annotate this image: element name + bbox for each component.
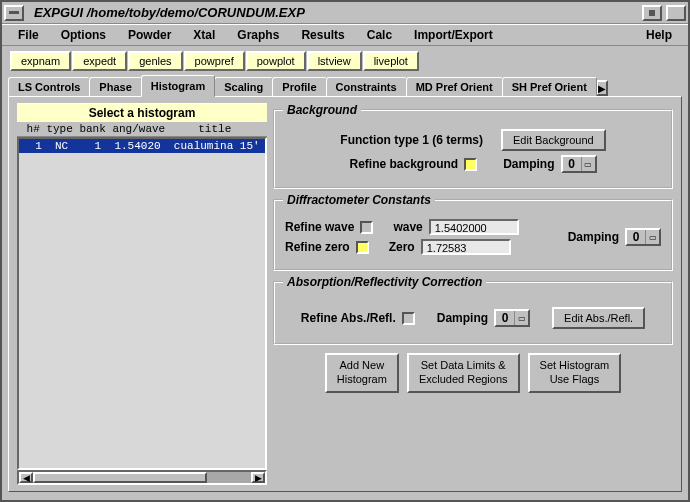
histogram-list[interactable]: 1 NC 1 1.54020 cualumina 15' Cu [17, 137, 267, 470]
menu-options[interactable]: Options [51, 26, 116, 44]
histogram-hscroll[interactable]: ◀ ▶ [17, 470, 267, 485]
tab-constraints[interactable]: Constraints [326, 77, 407, 96]
scroll-track[interactable] [33, 472, 251, 483]
diff-damping-spin[interactable]: 0 ▭ [625, 228, 661, 246]
menu-powder[interactable]: Powder [118, 26, 181, 44]
refine-zero-checkbox[interactable] [356, 241, 369, 254]
edit-background-button[interactable]: Edit Background [501, 129, 606, 151]
bg-function-label: Function type 1 (6 terms) [340, 133, 483, 147]
right-pane: Background Function type 1 (6 terms) Edi… [273, 103, 673, 485]
diff-damping-value: 0 [627, 230, 645, 244]
histogram-list-pane: Select a histogram h# type bank ang/wave… [17, 103, 267, 485]
tab-histogram[interactable]: Histogram [141, 75, 215, 97]
tab-md-pref-orient[interactable]: MD Pref Orient [406, 77, 503, 96]
diff-damping-label: Damping [568, 230, 619, 244]
select-histogram-title: Select a histogram [17, 103, 267, 122]
scroll-right-button[interactable]: ▶ [251, 472, 265, 483]
toolbar: expnam expedt genles powpref powplot lst… [2, 46, 688, 76]
scroll-left-button[interactable]: ◀ [19, 472, 33, 483]
add-histogram-button[interactable]: Add NewHistogram [325, 353, 399, 393]
window-menu-button[interactable] [4, 5, 24, 21]
menu-help[interactable]: Help [636, 26, 682, 44]
refine-wave-label: Refine wave [285, 220, 354, 234]
tab-phase[interactable]: Phase [89, 77, 141, 96]
histogram-row[interactable]: 1 NC 1 1.54020 cualumina 15' Cu [19, 139, 265, 153]
tab-scaling[interactable]: Scaling [214, 77, 273, 96]
group-absorption: Absorption/Reflectivity Correction Refin… [273, 281, 673, 345]
menu-calc[interactable]: Calc [357, 26, 402, 44]
menu-file[interactable]: File [8, 26, 49, 44]
group-absorption-title: Absorption/Reflectivity Correction [283, 275, 486, 289]
bottom-buttons: Add NewHistogram Set Data Limits &Exclud… [273, 353, 673, 393]
refine-bg-label: Refine background [349, 157, 458, 171]
maximize-button[interactable] [666, 5, 686, 21]
menu-graphs[interactable]: Graphs [227, 26, 289, 44]
zero-label: Zero [389, 240, 415, 254]
group-background: Background Function type 1 (6 terms) Edi… [273, 109, 673, 189]
tool-genles[interactable]: genles [128, 51, 182, 71]
diff-damping-control[interactable]: ▭ [645, 230, 659, 244]
refine-abs-checkbox[interactable] [402, 312, 415, 325]
bg-damping-control[interactable]: ▭ [581, 157, 595, 171]
window-title: EXPGUI /home/toby/demo/CORUNDUM.EXP [26, 5, 640, 20]
tab-scroll-right[interactable]: ▶ [596, 80, 608, 96]
bg-damping-label: Damping [503, 157, 554, 171]
tool-expnam[interactable]: expnam [10, 51, 71, 71]
menu-import-export[interactable]: Import/Export [404, 26, 503, 44]
group-background-title: Background [283, 103, 361, 117]
tab-profile[interactable]: Profile [272, 77, 326, 96]
abs-damping-spin[interactable]: 0 ▭ [494, 309, 530, 327]
titlebar: EXPGUI /home/toby/demo/CORUNDUM.EXP [2, 2, 688, 24]
menu-results[interactable]: Results [291, 26, 354, 44]
tool-liveplot[interactable]: liveplot [363, 51, 419, 71]
edit-abs-button[interactable]: Edit Abs./Refl. [552, 307, 645, 329]
minimize-button[interactable] [642, 5, 662, 21]
zero-field[interactable]: 1.72583 [421, 239, 511, 255]
menubar: File Options Powder Xtal Graphs Results … [2, 24, 688, 46]
tab-content: Select a histogram h# type bank ang/wave… [8, 96, 682, 492]
bg-damping-spin[interactable]: 0 ▭ [561, 155, 597, 173]
tool-expedt[interactable]: expedt [72, 51, 127, 71]
menu-xtal[interactable]: Xtal [183, 26, 225, 44]
tab-ls-controls[interactable]: LS Controls [8, 77, 90, 96]
group-diffractometer-title: Diffractometer Constants [283, 193, 435, 207]
tool-lstview[interactable]: lstview [307, 51, 362, 71]
refine-abs-label: Refine Abs./Refl. [301, 311, 396, 325]
abs-damping-label: Damping [437, 311, 488, 325]
tab-sh-pref-orient[interactable]: SH Pref Orient [502, 77, 597, 96]
wave-label: wave [393, 220, 422, 234]
histogram-columns: h# type bank ang/wave title [17, 122, 267, 137]
abs-damping-value: 0 [496, 311, 514, 325]
bg-damping-value: 0 [563, 157, 581, 171]
group-diffractometer: Diffractometer Constants Refine wave wav… [273, 199, 673, 271]
abs-damping-control[interactable]: ▭ [514, 311, 528, 325]
tool-powplot[interactable]: powplot [246, 51, 306, 71]
set-data-limits-button[interactable]: Set Data Limits &Excluded Regions [407, 353, 520, 393]
tab-strip: LS Controls Phase Histogram Scaling Prof… [2, 76, 688, 96]
tool-powpref[interactable]: powpref [184, 51, 245, 71]
refine-bg-checkbox[interactable] [464, 158, 477, 171]
refine-wave-checkbox[interactable] [360, 221, 373, 234]
wave-field[interactable]: 1.5402000 [429, 219, 519, 235]
scroll-thumb[interactable] [33, 472, 207, 483]
refine-zero-label: Refine zero [285, 240, 350, 254]
set-histogram-flags-button[interactable]: Set HistogramUse Flags [528, 353, 622, 393]
